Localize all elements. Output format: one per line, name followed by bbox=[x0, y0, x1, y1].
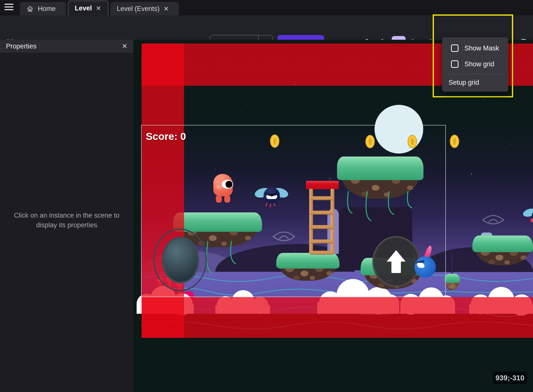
scene-canvas[interactable]: Score: 0 bbox=[133, 40, 533, 392]
close-icon[interactable]: ✕ bbox=[164, 5, 169, 12]
blue-horned-enemy[interactable] bbox=[415, 245, 437, 278]
properties-panel-header: Properties ✕ bbox=[0, 40, 133, 53]
jump-button[interactable] bbox=[372, 236, 420, 287]
fly-enemy-partial[interactable] bbox=[523, 207, 533, 225]
tab-level[interactable]: Level ✕ bbox=[68, 1, 108, 15]
gdevelop-editor: { "tabbar": { "home": "Home", "level": "… bbox=[0, 0, 533, 392]
grid-options-menu: Show Mask Show grid Setup grid bbox=[442, 37, 508, 92]
menu-item-label: Show grid bbox=[464, 60, 494, 68]
score-text[interactable]: Score: 0 bbox=[146, 131, 186, 142]
home-icon bbox=[26, 5, 34, 12]
small-island[interactable] bbox=[445, 274, 460, 290]
red-wall-bottom[interactable] bbox=[142, 297, 533, 338]
tab-level-events-label: Level (Events) bbox=[117, 5, 160, 13]
arrow-up-icon bbox=[387, 250, 406, 262]
menu-item-setup-grid[interactable]: Setup grid bbox=[442, 76, 508, 89]
tab-level-events[interactable]: Level (Events) ✕ bbox=[110, 2, 179, 15]
show-grid-checkbox[interactable] bbox=[451, 60, 458, 68]
menu-item-label: Show Mask bbox=[464, 44, 499, 52]
eye-outline-decoration bbox=[481, 212, 506, 227]
cursor-coordinates-badge: 939;-310 bbox=[493, 372, 527, 384]
tab-bar: Home Level ✕ Level (Events) ✕ bbox=[0, 0, 533, 15]
properties-panel: Properties ✕ Click on an instance in the… bbox=[0, 40, 133, 392]
editor-toolbar: Preview Publish bbox=[0, 15, 533, 40]
hamburger-menu-icon[interactable] bbox=[3, 4, 14, 12]
coin[interactable] bbox=[450, 135, 459, 148]
tab-level-label: Level bbox=[75, 4, 92, 12]
close-icon[interactable]: ✕ bbox=[96, 5, 101, 12]
island-grass bbox=[472, 235, 533, 252]
floating-island[interactable] bbox=[472, 235, 533, 265]
enemy-body bbox=[415, 256, 436, 278]
island-grass bbox=[445, 274, 460, 283]
menu-divider bbox=[447, 74, 503, 74]
tab-home[interactable]: Home bbox=[20, 2, 66, 15]
joystick-control[interactable] bbox=[153, 229, 207, 291]
menu-item-show-grid[interactable]: Show grid bbox=[442, 56, 508, 72]
close-icon[interactable]: ✕ bbox=[122, 42, 127, 50]
joystick-knob bbox=[162, 237, 199, 283]
menu-item-show-mask[interactable]: Show Mask bbox=[442, 40, 508, 56]
show-mask-checkbox[interactable] bbox=[451, 44, 458, 52]
properties-empty-message: Click on an instance in the scene to dis… bbox=[7, 211, 126, 230]
tab-home-label: Home bbox=[38, 5, 56, 13]
properties-panel-title: Properties bbox=[6, 42, 37, 50]
